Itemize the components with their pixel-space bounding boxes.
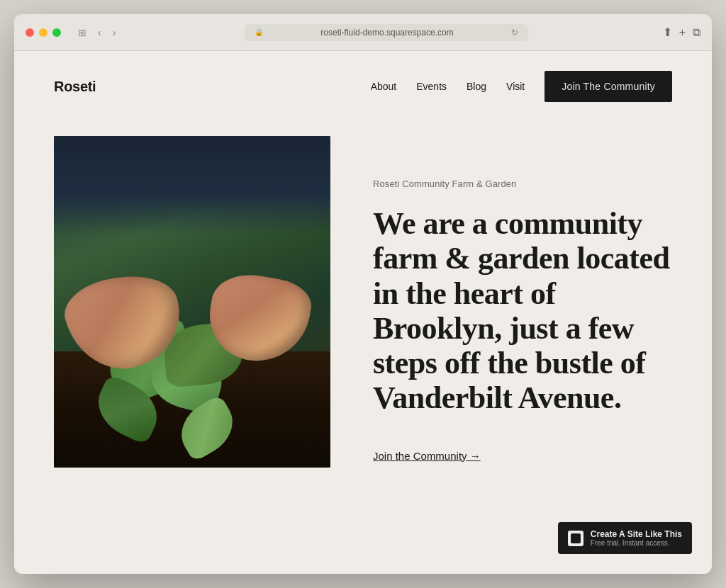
forward-button[interactable]: › [110,26,119,40]
hero-title: We are a community farm & garden located… [373,206,672,416]
hero-section: Roseti Community Farm & Garden We are a … [14,122,712,496]
clothing-decoration [54,136,330,235]
maximize-button[interactable] [52,28,61,37]
new-tab-button[interactable]: + [679,26,686,39]
tabs-button[interactable]: ⧉ [693,26,700,39]
squarespace-logo [568,531,583,546]
hero-image-inner [54,136,330,468]
browser-actions: ⬆ + ⧉ [663,26,700,39]
squarespace-badge[interactable]: Create A Site Like This Free trial. Inst… [558,522,692,554]
browser-chrome: ⊞ ‹ › 🔒 roseti-fluid-demo.squarespace.co… [14,14,712,51]
hero-content: Roseti Community Farm & Garden We are a … [373,136,672,463]
hero-cta-button[interactable]: Join the Community → [373,450,481,462]
minimize-button[interactable] [39,28,48,37]
lock-icon: 🔒 [255,28,263,36]
address-bar-inner[interactable]: 🔒 roseti-fluid-demo.squarespace.com ↻ [245,24,528,41]
nav-link-about[interactable]: About [371,81,397,92]
badge-sub-text: Free trial. Instant access. [591,539,682,547]
browser-window: ⊞ ‹ › 🔒 roseti-fluid-demo.squarespace.co… [14,14,712,574]
refresh-icon[interactable]: ↻ [511,28,518,38]
nav-link-visit[interactable]: Visit [506,81,525,92]
share-button[interactable]: ⬆ [663,26,672,39]
sidebar-toggle-button[interactable]: ⊞ [75,26,89,40]
traffic-lights [26,28,61,37]
back-button[interactable]: ‹ [95,26,104,40]
url-text: roseti-fluid-demo.squarespace.com [267,28,507,38]
squarespace-logo-inner [571,533,581,543]
site-logo[interactable]: Roseti [54,79,96,95]
nav-link-events[interactable]: Events [416,81,447,92]
website-content: Roseti About Events Blog Visit Join The … [14,51,712,574]
join-community-button[interactable]: Join The Community [544,71,672,102]
nav-links: About Events Blog Visit Join The Communi… [371,71,672,102]
address-bar: 🔒 roseti-fluid-demo.squarespace.com ↻ [127,24,645,41]
browser-controls: ⊞ ‹ › [75,26,118,40]
hero-image [54,136,330,468]
hero-subtitle: Roseti Community Farm & Garden [373,179,672,189]
badge-main-text: Create A Site Like This [591,529,682,539]
navigation: Roseti About Events Blog Visit Join The … [14,51,712,122]
close-button[interactable] [26,28,34,37]
badge-text: Create A Site Like This Free trial. Inst… [591,529,682,547]
nav-link-blog[interactable]: Blog [467,81,486,92]
